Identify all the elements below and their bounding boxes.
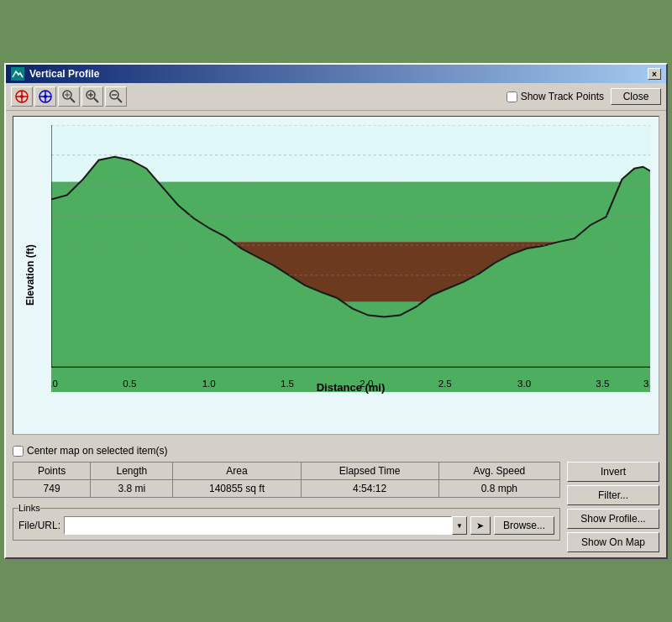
svg-text:3.5: 3.5 bbox=[596, 379, 609, 389]
show-profile-button[interactable]: Show Profile... bbox=[567, 509, 659, 529]
svg-line-10 bbox=[71, 98, 75, 102]
file-url-input-combo: ▼ bbox=[64, 516, 467, 535]
toolbar-left bbox=[11, 86, 127, 107]
invert-button[interactable]: Invert bbox=[567, 462, 659, 482]
right-buttons: Invert Filter... Show Profile... Show On… bbox=[567, 462, 659, 552]
center-map-text: Center map on selected item(s) bbox=[27, 445, 167, 457]
chart-inner: 4000 3800 3600 3400 3200 3000 2800 2600 bbox=[47, 117, 659, 434]
filter-button[interactable]: Filter... bbox=[567, 485, 659, 505]
browse-button[interactable]: Browse... bbox=[494, 516, 554, 535]
svg-text:3.0: 3.0 bbox=[517, 379, 531, 389]
file-url-label: File/URL: bbox=[18, 520, 60, 531]
svg-text:2.5: 2.5 bbox=[438, 379, 452, 389]
stats-value-row: 749 3.8 mi 140855 sq ft 4:54:12 0.8 mph bbox=[13, 480, 560, 498]
navigate-arrow-button[interactable]: ➤ bbox=[470, 516, 491, 535]
svg-text:1.5: 1.5 bbox=[281, 379, 294, 389]
header-avg-speed: Avg. Speed bbox=[438, 463, 559, 480]
links-group: Links File/URL: ▼ ➤ Browse... bbox=[13, 503, 560, 541]
stats-header-row: Points Length Area Elapsed Time Avg. Spe… bbox=[13, 463, 560, 480]
chart-svg: 4000 3800 3600 3400 3200 3000 2800 2600 bbox=[51, 125, 650, 392]
magnify-tool-button[interactable] bbox=[58, 86, 80, 107]
zoom-out-button[interactable] bbox=[105, 86, 127, 107]
header-points: Points bbox=[13, 463, 91, 480]
close-button[interactable]: Close bbox=[611, 88, 661, 105]
show-on-map-button[interactable]: Show On Map bbox=[567, 532, 659, 552]
header-length: Length bbox=[91, 463, 173, 480]
svg-text:3.8: 3.8 bbox=[643, 379, 650, 389]
links-row: File/URL: ▼ ➤ Browse... bbox=[18, 516, 554, 535]
header-elapsed-time: Elapsed Time bbox=[301, 463, 438, 480]
value-area: 140855 sq ft bbox=[173, 480, 301, 498]
elevation-chart: Elevation (ft) bbox=[13, 116, 659, 435]
center-map-label[interactable]: Center map on selected item(s) bbox=[13, 445, 167, 457]
value-elapsed-time: 4:54:12 bbox=[301, 480, 438, 498]
vertical-profile-window: Vertical Profile × bbox=[4, 63, 668, 559]
window-icon bbox=[11, 67, 24, 81]
links-legend: Links bbox=[18, 503, 40, 513]
svg-text:0.0: 0.0 bbox=[51, 379, 58, 389]
file-url-dropdown-button[interactable]: ▼ bbox=[452, 516, 467, 535]
svg-line-18 bbox=[118, 98, 122, 102]
svg-text:0.5: 0.5 bbox=[123, 379, 136, 389]
center-map-checkbox[interactable] bbox=[13, 446, 24, 457]
show-track-points-text: Show Track Points bbox=[521, 91, 604, 102]
stats-table: Points Length Area Elapsed Time Avg. Spe… bbox=[13, 462, 560, 498]
title-bar: Vertical Profile × bbox=[6, 65, 666, 83]
select-tool-button[interactable] bbox=[34, 86, 56, 107]
svg-point-4 bbox=[20, 95, 24, 98]
header-area: Area bbox=[173, 463, 301, 480]
svg-text:1.0: 1.0 bbox=[202, 379, 216, 389]
window-title: Vertical Profile bbox=[29, 68, 99, 80]
value-length: 3.8 mi bbox=[91, 480, 173, 498]
show-track-points-checkbox[interactable] bbox=[507, 91, 517, 102]
file-url-input[interactable] bbox=[64, 516, 452, 535]
value-avg-speed: 0.8 mph bbox=[438, 480, 559, 498]
value-points: 749 bbox=[13, 480, 91, 498]
svg-point-8 bbox=[44, 95, 47, 98]
pan-tool-button[interactable] bbox=[11, 86, 33, 107]
title-bar-left: Vertical Profile bbox=[11, 67, 99, 81]
svg-line-14 bbox=[94, 98, 98, 102]
zoom-in-button[interactable] bbox=[81, 86, 103, 107]
stats-links-area: Points Length Area Elapsed Time Avg. Spe… bbox=[13, 462, 560, 552]
y-axis-label: Elevation (ft) bbox=[13, 117, 47, 434]
window-close-button[interactable]: × bbox=[648, 68, 661, 80]
bottom-panel: Center map on selected item(s) Points Le… bbox=[6, 440, 666, 557]
center-map-row: Center map on selected item(s) bbox=[13, 445, 659, 457]
show-track-points-label[interactable]: Show Track Points bbox=[507, 91, 604, 102]
main-bottom: Points Length Area Elapsed Time Avg. Spe… bbox=[13, 462, 659, 552]
toolbar-right: Show Track Points Close bbox=[507, 88, 661, 105]
toolbar: Show Track Points Close bbox=[6, 83, 666, 111]
